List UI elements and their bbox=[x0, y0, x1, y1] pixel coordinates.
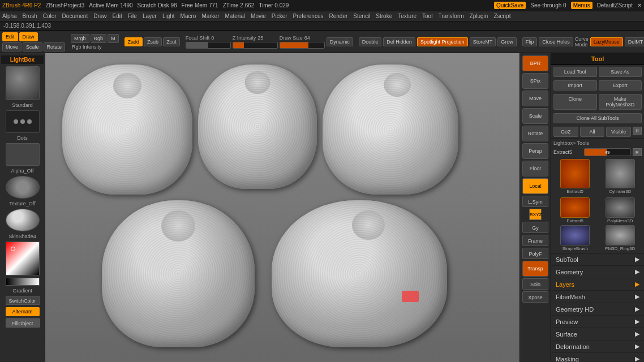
frame-btn[interactable]: Frame bbox=[522, 235, 548, 246]
move-btn[interactable]: Move bbox=[522, 90, 548, 106]
layers-item[interactable]: Layers ▶ bbox=[551, 278, 644, 291]
menu-zscript[interactable]: Zscript bbox=[493, 13, 510, 19]
menu-light[interactable]: Light bbox=[162, 13, 175, 19]
r-btn[interactable]: R bbox=[633, 127, 642, 135]
xpose-btn[interactable]: Xpose bbox=[522, 291, 548, 303]
export-btn[interactable]: Export bbox=[599, 80, 642, 90]
tool-item-extract5-small[interactable]: Extract5 bbox=[553, 197, 597, 223]
menu-transform[interactable]: Transform bbox=[438, 13, 463, 19]
menu-layer[interactable]: Layer bbox=[143, 13, 157, 19]
project-name[interactable]: ZBrushProject3 bbox=[45, 2, 84, 8]
floor-btn[interactable]: Floor bbox=[522, 161, 548, 176]
dynamic-btn[interactable]: Dynamic bbox=[327, 37, 353, 46]
solo-btn[interactable]: Solo bbox=[522, 278, 548, 290]
brush-preview[interactable] bbox=[6, 66, 40, 100]
del-mt-btn[interactable]: DelMT bbox=[625, 37, 644, 46]
lsym-btn[interactable]: L.Sym bbox=[522, 196, 548, 207]
all-btn[interactable]: All bbox=[580, 127, 605, 137]
menu-zplugin[interactable]: Zplugin bbox=[470, 13, 488, 19]
menu-texture[interactable]: Texture bbox=[398, 13, 417, 19]
menu-stencil[interactable]: Stencil bbox=[353, 13, 370, 19]
subtool-item[interactable]: SubTool ▶ bbox=[551, 253, 644, 266]
menu-color[interactable]: Color bbox=[43, 13, 57, 19]
edit-btn[interactable]: Edit bbox=[2, 32, 18, 41]
import-btn[interactable]: Import bbox=[553, 80, 597, 90]
local-btn[interactable]: Local bbox=[522, 178, 548, 194]
tool-item-polymesh3d[interactable]: PolyMesh3D bbox=[599, 197, 642, 223]
spotlight-btn[interactable]: Spotlight Projection bbox=[417, 37, 468, 46]
tool-item-pm3d-ring3d[interactable]: PM3D_Ring3D bbox=[599, 225, 642, 251]
draw-size-slider[interactable] bbox=[280, 42, 325, 49]
tool-item-cylinder3d[interactable]: Cylinder3D bbox=[599, 159, 642, 194]
draw-btn[interactable]: Draw bbox=[19, 32, 38, 41]
menu-stroke[interactable]: Stroke bbox=[376, 13, 392, 19]
store-mt-btn[interactable]: StoreMT bbox=[470, 37, 496, 46]
spix-btn[interactable]: SPix bbox=[522, 73, 548, 89]
clone-all-subtools-btn[interactable]: Clone All SubTools bbox=[553, 113, 642, 123]
preview-item[interactable]: Preview ▶ bbox=[551, 316, 644, 328]
lightbox-title[interactable]: LightBox bbox=[1, 55, 44, 64]
fibermesh-item[interactable]: FiberMesh ▶ bbox=[551, 291, 644, 303]
menu-edit[interactable]: Edit bbox=[113, 13, 122, 19]
deformation-item[interactable]: Deformation ▶ bbox=[551, 341, 644, 353]
stroke-preview[interactable] bbox=[6, 110, 40, 133]
material-preview[interactable] bbox=[6, 209, 40, 231]
save-as-btn[interactable]: Save As bbox=[599, 67, 642, 77]
alpha-preview[interactable] bbox=[6, 143, 40, 166]
menu-file[interactable]: File bbox=[128, 13, 137, 19]
clone-btn[interactable]: Clone bbox=[553, 94, 597, 110]
rotate-mode-btn[interactable]: Rotate bbox=[44, 42, 66, 51]
zcut-btn[interactable]: Zcut bbox=[163, 37, 180, 46]
menu-draw[interactable]: Draw bbox=[93, 13, 106, 19]
alternate-btn[interactable]: Alternate bbox=[6, 307, 40, 316]
move-mode-btn[interactable]: Move bbox=[2, 42, 22, 51]
gy-btn[interactable]: Gy bbox=[522, 222, 548, 233]
menu-brush[interactable]: Brush bbox=[23, 13, 37, 19]
zadd-btn[interactable]: Zadd bbox=[124, 37, 143, 46]
rxyz-btn[interactable]: RXYZ bbox=[529, 209, 542, 220]
bpr-btn[interactable]: BPR bbox=[522, 55, 548, 71]
menu-alpha[interactable]: Alpha bbox=[2, 13, 17, 19]
default-zscript-btn[interactable]: DefaultZScript bbox=[597, 2, 633, 8]
quick-save-btn[interactable]: QuickSave bbox=[494, 2, 526, 9]
geometry-hd-item[interactable]: Geometry HD ▶ bbox=[551, 303, 644, 316]
close-holes-btn[interactable]: Close Holes bbox=[539, 37, 573, 46]
rotate-btn[interactable]: Rotate bbox=[522, 126, 548, 141]
masking-item[interactable]: Masking ▶ bbox=[551, 353, 644, 362]
menu-marker[interactable]: Marker bbox=[201, 13, 219, 19]
gradient-bar[interactable] bbox=[6, 278, 40, 286]
persp-btn[interactable]: Persp bbox=[522, 143, 548, 159]
zsub-btn[interactable]: Zsub bbox=[144, 37, 162, 46]
double-btn[interactable]: Double bbox=[359, 37, 382, 46]
see-through-btn[interactable]: See-through 0 bbox=[530, 2, 566, 8]
surface-item[interactable]: Surface ▶ bbox=[551, 328, 644, 341]
scale-btn[interactable]: Scale bbox=[522, 108, 548, 124]
viewport[interactable] bbox=[45, 53, 520, 362]
rgb-btn[interactable]: Rgb bbox=[91, 34, 107, 43]
menu-movie[interactable]: Movie bbox=[251, 13, 266, 19]
color-picker[interactable] bbox=[6, 242, 40, 275]
m-btn[interactable]: M bbox=[108, 34, 119, 43]
menu-material[interactable]: Material bbox=[225, 13, 246, 19]
mrgb-btn[interactable]: Mrgb bbox=[71, 34, 89, 43]
lazy-mouse-btn[interactable]: LazyMouse bbox=[590, 37, 623, 46]
del-hidden-btn[interactable]: Del Hidden bbox=[383, 37, 415, 46]
texture-preview[interactable] bbox=[6, 176, 40, 199]
tool-item-simplebrush[interactable]: SimpleBrush bbox=[553, 225, 597, 251]
menus-btn[interactable]: Menus bbox=[571, 2, 593, 9]
focal-shift-slider[interactable] bbox=[186, 42, 231, 49]
menu-macro[interactable]: Macro bbox=[181, 13, 196, 19]
scale-mode-btn[interactable]: Scale bbox=[23, 42, 42, 51]
load-tool-btn[interactable]: Load Tool bbox=[553, 67, 597, 77]
switch-color-btn[interactable]: SwitchColor bbox=[6, 296, 40, 305]
tool-item-extract5[interactable]: Extract5 bbox=[553, 159, 597, 194]
menu-tool[interactable]: Tool bbox=[422, 13, 432, 19]
flip-btn[interactable]: Flip bbox=[522, 37, 538, 46]
transp-btn[interactable]: Transp bbox=[522, 261, 548, 277]
close-btn[interactable]: ✕ bbox=[637, 2, 642, 8]
menu-render[interactable]: Render bbox=[329, 13, 348, 19]
make-polymesh-btn[interactable]: Make PolyMesh3D bbox=[599, 94, 642, 110]
goz-btn[interactable]: GoZ bbox=[553, 127, 578, 137]
z-intensity-slider[interactable] bbox=[233, 42, 278, 49]
menu-preferences[interactable]: Preferences bbox=[293, 13, 324, 19]
